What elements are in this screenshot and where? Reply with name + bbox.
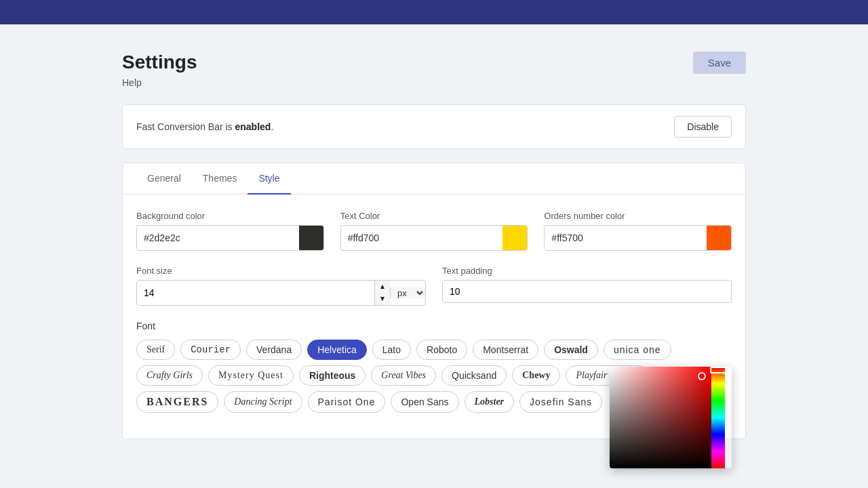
picker-dot	[698, 372, 706, 380]
font-btn-quicksand[interactable]: Quicksand	[441, 365, 507, 386]
help-link[interactable]: Help	[122, 77, 197, 88]
font-btn-montserrat[interactable]: Montserrat	[473, 340, 538, 360]
font-btn-opensans[interactable]: Open Sans	[391, 391, 458, 413]
bg-color-label: Background color	[136, 211, 324, 221]
font-btn-verdana[interactable]: Verdana	[246, 340, 302, 360]
text-color-input[interactable]	[341, 227, 503, 249]
bg-color-input[interactable]	[137, 227, 299, 249]
font-btn-josefin[interactable]: Josefin Sans	[519, 391, 602, 413]
font-btn-bangers[interactable]: BANGERS	[136, 391, 218, 413]
page-title: Settings	[122, 52, 197, 73]
color-picker-hue[interactable]	[711, 367, 725, 468]
font-btn-parisone[interactable]: Parisot One	[308, 391, 386, 413]
text-padding-input[interactable]	[443, 281, 731, 302]
status-text: Fast Conversion Bar is enabled.	[136, 121, 273, 132]
font-size-input-wrap: ▲ ▼ px em	[136, 280, 426, 306]
color-row: Background color Text Color Orders numbe…	[136, 211, 732, 251]
save-button[interactable]: Save	[693, 52, 746, 74]
font-btn-dancing[interactable]: Dancing Script	[224, 391, 302, 413]
top-bar	[0, 0, 868, 24]
tab-bar: General Themes Style	[123, 163, 745, 195]
font-btn-lato[interactable]: Lato	[372, 340, 411, 360]
tab-general[interactable]: General	[136, 163, 192, 195]
font-btn-mystery[interactable]: Mystery Quest	[208, 365, 294, 386]
text-color-input-wrap	[340, 225, 528, 251]
text-color-swatch[interactable]	[502, 226, 527, 250]
text-color-label: Text Color	[340, 211, 528, 221]
text-color-field: Text Color	[340, 211, 528, 251]
orders-color-swatch[interactable]	[707, 226, 731, 250]
orders-color-field: Orders number color	[544, 211, 732, 251]
font-section-label: Font	[136, 321, 732, 331]
orders-color-label: Orders number color	[544, 211, 732, 221]
color-picker-wrap	[610, 367, 732, 468]
hue-indicator	[710, 367, 726, 373]
font-size-field: Font size ▲ ▼ px em	[136, 266, 426, 306]
tab-themes[interactable]: Themes	[192, 163, 248, 195]
font-size-spinner: ▲ ▼	[374, 281, 390, 305]
font-btn-chewy[interactable]: Chewy	[512, 365, 560, 386]
font-size-unit-select[interactable]: px em	[390, 287, 425, 299]
orders-color-input-wrap	[544, 225, 732, 251]
font-btn-roboto[interactable]: Roboto	[416, 340, 467, 360]
bg-color-swatch[interactable]	[299, 226, 323, 250]
font-btn-lobster[interactable]: Lobster	[465, 391, 515, 413]
font-size-input[interactable]	[137, 282, 374, 304]
settings-panel: General Themes Style Background color Te…	[122, 163, 746, 439]
text-padding-input-wrap	[442, 280, 732, 303]
font-btn-courier[interactable]: Courier	[180, 340, 241, 360]
font-btn-serif[interactable]: Serif	[136, 340, 175, 360]
font-btn-oswald[interactable]: Oswald	[544, 340, 598, 360]
font-size-down[interactable]: ▼	[375, 293, 390, 305]
font-btn-crafty[interactable]: Crafty Girls	[136, 365, 203, 386]
size-row: Font size ▲ ▼ px em Text padd	[136, 266, 732, 306]
text-padding-field: Text padding	[442, 266, 732, 306]
color-picker-overlay[interactable]	[610, 367, 732, 468]
font-btn-righteous[interactable]: Righteous	[299, 365, 366, 386]
color-picker-gradient[interactable]	[610, 367, 711, 468]
status-bar: Fast Conversion Bar is enabled. Disable	[122, 104, 746, 149]
bg-color-input-wrap	[136, 225, 324, 251]
bg-color-field: Background color	[136, 211, 324, 251]
font-btn-helvetica[interactable]: Helvetica	[307, 340, 367, 360]
orders-color-input[interactable]	[545, 227, 707, 249]
font-btn-unica[interactable]: unica one	[604, 340, 671, 360]
font-size-up[interactable]: ▲	[375, 281, 390, 293]
text-padding-label: Text padding	[442, 266, 732, 276]
font-btn-greatvibes[interactable]: Great Vibes	[371, 365, 436, 386]
font-size-label: Font size	[136, 266, 426, 276]
disable-button[interactable]: Disable	[674, 116, 732, 138]
tab-style[interactable]: Style	[248, 163, 290, 195]
